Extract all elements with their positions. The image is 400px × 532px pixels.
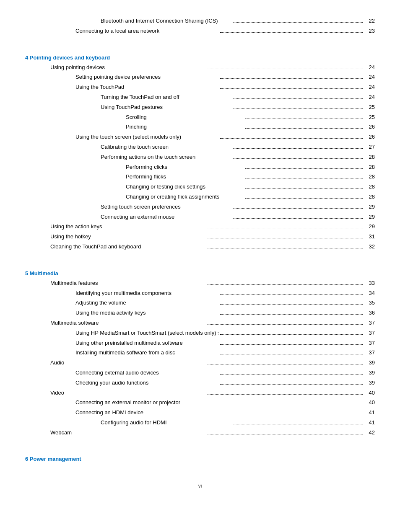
toc-entry: Using the TouchPad24 [25, 83, 375, 92]
toc-entry: Cleaning the TouchPad and keyboard32 [25, 243, 375, 251]
entry-dots [220, 294, 363, 295]
entry-text: Changing or testing click settings [126, 183, 244, 191]
toc-entry: Connecting an external mouse29 [25, 213, 375, 222]
entry-dots [220, 88, 363, 89]
entry-dots [208, 238, 363, 238]
entry-dots [233, 108, 363, 109]
entry-text: Connecting an external monitor or projec… [75, 398, 218, 407]
entry-page: 24 [364, 63, 375, 72]
entry-dots [220, 314, 363, 315]
entry-dots [220, 138, 363, 139]
entry-page: 41 [364, 418, 375, 427]
entry-text: Connecting external audio devices [75, 369, 218, 377]
entry-page: 25 [364, 113, 375, 122]
entry-dots [220, 414, 363, 414]
entry-dots [245, 168, 363, 169]
toc-entry: Turning the TouchPad on and off24 [25, 93, 375, 102]
section4-entries: Using pointing devices24Setting pointing… [25, 63, 375, 251]
entry-text: Using the touch screen (select models on… [75, 133, 218, 142]
toc-entry: Audio39 [25, 359, 375, 367]
entry-dots [233, 208, 363, 209]
entry-page: 28 [364, 153, 375, 162]
entry-text: Connecting an external mouse [101, 213, 231, 222]
toc-entry: Connecting an HDMI device41 [25, 408, 375, 417]
toc-entry: Using pointing devices24 [25, 63, 375, 72]
entry-dots [233, 158, 363, 159]
entry-dots [220, 304, 363, 305]
toc-entry: Performing actions on the touch screen28 [25, 153, 375, 162]
entry-page: 36 [364, 309, 375, 318]
entry-dots [245, 119, 363, 119]
entry-text: Using the media activity keys [75, 309, 218, 318]
entry-page: 24 [364, 73, 375, 82]
entry-page: 37 [364, 349, 375, 357]
page-number: vi [198, 483, 202, 489]
entry-text: Using other preinstalled multimedia soft… [75, 339, 218, 348]
toc-entry: Video40 [25, 389, 375, 398]
entry-text: Multimedia features [50, 279, 206, 288]
entry-page: 33 [364, 279, 375, 288]
entry-dots [233, 424, 363, 424]
entry-text: Checking your audio functions [75, 379, 218, 387]
section5-entries: Multimedia features33Identifying your mu… [25, 279, 375, 437]
entry-page: 28 [364, 173, 375, 181]
entry-page: 23 [364, 27, 375, 36]
entry-page: 41 [364, 408, 375, 417]
entry-dots [233, 218, 363, 219]
entry-page: 26 [364, 123, 375, 132]
entry-text: Installing multimedia software from a di… [75, 349, 218, 357]
entry-page: 37 [364, 329, 375, 338]
entry-text: Adjusting the volume [75, 299, 218, 307]
entry-dots [208, 248, 363, 248]
entry-page: 39 [364, 369, 375, 377]
entry-text: Audio [50, 359, 206, 367]
entry-text: Video [50, 389, 206, 398]
entry-dots [233, 22, 363, 23]
toc-entry: Calibrating the touch screen27 [25, 143, 375, 152]
toc-entry: Connecting to a local area network23 [25, 27, 375, 36]
entry-dots [220, 32, 363, 33]
entry-page: 28 [364, 193, 375, 201]
entry-text: Using the hotkey [50, 232, 206, 241]
toc-entry: Changing or creating flick assignments28 [25, 193, 375, 201]
entry-text: Connecting to a local area network [75, 27, 218, 36]
entry-dots [208, 364, 363, 364]
entry-page: 28 [364, 163, 375, 172]
toc-entry: Adjusting the volume35 [25, 299, 375, 307]
section4-heading: 4 Pointing devices and keyboard [25, 54, 375, 61]
entry-text: Webcam [50, 429, 206, 437]
toc-entry: Performing clicks28 [25, 163, 375, 172]
entry-text: Performing clicks [126, 163, 244, 172]
toc-entry: Configuring audio for HDMI41 [25, 418, 375, 427]
toc-entry: Scrolling25 [25, 113, 375, 122]
toc-entry: Using HP MediaSmart or TouchSmart (selec… [25, 329, 375, 338]
toc-entry: Setting pointing device preferences24 [25, 73, 375, 82]
entry-page: 29 [364, 213, 375, 222]
toc-entry: Webcam42 [25, 429, 375, 437]
entry-dots [208, 284, 363, 285]
entry-page: 34 [364, 289, 375, 298]
section6-heading: 6 Power management [25, 456, 375, 462]
entry-text: Scrolling [126, 113, 244, 122]
entry-text: Multimedia software [50, 319, 206, 328]
toc-entry: Connecting an external monitor or projec… [25, 398, 375, 407]
entry-text: Using pointing devices [50, 63, 206, 72]
entry-dots [220, 334, 363, 335]
entry-dots [233, 148, 363, 149]
entry-page: 37 [364, 339, 375, 348]
entry-page: 24 [364, 83, 375, 92]
entry-dots [220, 78, 363, 79]
entry-page: 27 [364, 143, 375, 152]
entry-text: Cleaning the TouchPad and keyboard [50, 243, 206, 251]
entry-page: 40 [364, 389, 375, 398]
entry-page: 22 [364, 17, 375, 26]
entry-text: Setting touch screen preferences [101, 203, 231, 212]
entry-page: 28 [364, 183, 375, 191]
entry-dots [220, 344, 363, 345]
toc-entry: Setting touch screen preferences29 [25, 203, 375, 212]
entry-dots [220, 404, 363, 404]
entry-page: 29 [364, 203, 375, 212]
entry-page: 31 [364, 232, 375, 241]
entry-page: 32 [364, 243, 375, 251]
toc-entry: Multimedia features33 [25, 279, 375, 288]
